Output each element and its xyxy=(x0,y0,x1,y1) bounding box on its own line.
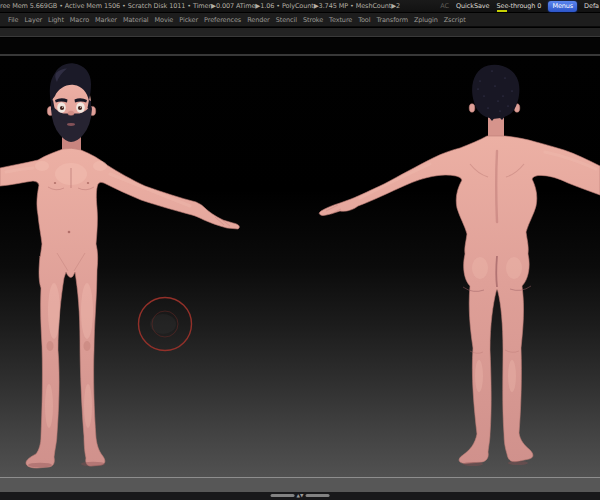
menu-preferences[interactable]: Preferences xyxy=(204,16,241,24)
menu-layer[interactable]: Layer xyxy=(24,16,42,24)
zbrush-window: ree Mem 5.669GB • Active Mem 1506 • Scra… xyxy=(0,0,600,500)
memory-poly-stats: ree Mem 5.669GB • Active Mem 1506 • Scra… xyxy=(0,2,400,10)
see-through-label: See-through 0 xyxy=(496,2,541,10)
menu-stroke[interactable]: Stroke xyxy=(303,16,323,24)
menu-transform[interactable]: Transform xyxy=(376,16,407,24)
menu-file[interactable]: File xyxy=(8,16,18,24)
menu-marker[interactable]: Marker xyxy=(95,16,117,24)
menus-toggle-button[interactable]: Menus xyxy=(548,1,577,12)
top-shelf xyxy=(0,28,600,37)
canvas-frame-top xyxy=(0,38,600,56)
menu-movie[interactable]: Movie xyxy=(155,16,174,24)
divider-arrows-icon[interactable]: ▲▼ xyxy=(297,494,304,497)
menu-stencil[interactable]: Stencil xyxy=(276,16,297,24)
ear-left-back xyxy=(469,104,475,112)
ac-indicator: AC xyxy=(440,2,449,10)
menu-zplugin[interactable]: Zplugin xyxy=(414,16,438,24)
menu-render[interactable]: Render xyxy=(247,16,270,24)
title-bar: ree Mem 5.669GB • Active Mem 1506 • Scra… xyxy=(0,0,600,13)
divider-bar-right[interactable] xyxy=(305,494,329,497)
default-zscript-button[interactable]: Defa xyxy=(584,2,599,10)
see-through-marker xyxy=(497,10,507,12)
menu-light[interactable]: Light xyxy=(48,16,64,24)
menu-picker[interactable]: Picker xyxy=(179,16,198,24)
menu-zscript[interactable]: Zscript xyxy=(444,16,466,24)
character-back-view xyxy=(319,65,600,466)
menu-macro[interactable]: Macro xyxy=(70,16,89,24)
divider-bar-left[interactable] xyxy=(271,494,295,497)
character-front-view xyxy=(0,63,239,468)
viewport-render xyxy=(0,56,600,477)
tray-divider-handle[interactable]: ▲▼ xyxy=(271,494,330,497)
menu-texture[interactable]: Texture xyxy=(329,16,352,24)
hair-back xyxy=(472,65,519,119)
menu-bar: File Layer Light Macro Marker Material M… xyxy=(0,13,600,27)
menu-tool[interactable]: Tool xyxy=(358,16,370,24)
quicksave-button[interactable]: QuickSave xyxy=(456,2,489,10)
see-through-slider[interactable]: See-through 0 xyxy=(496,2,541,10)
brush-cursor xyxy=(139,298,192,351)
sculpt-viewport[interactable] xyxy=(0,56,600,477)
menu-material[interactable]: Material xyxy=(123,16,149,24)
canvas-frame-bottom xyxy=(0,477,600,492)
